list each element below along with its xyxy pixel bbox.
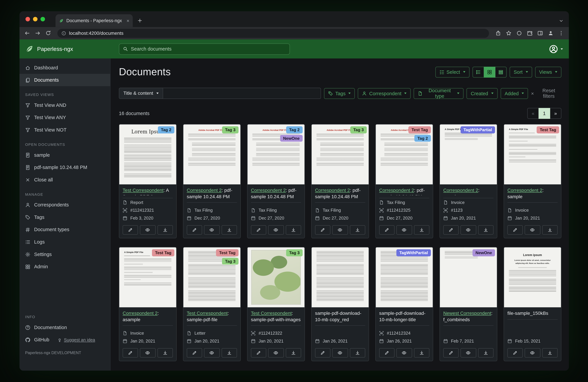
correspondent-link[interactable]: Test Correspondent (251, 311, 292, 316)
filter-created-button[interactable]: Created (467, 88, 497, 99)
correspondent-link[interactable]: Correspondent 2 (123, 311, 158, 316)
sidebar-item-admin[interactable]: Admin (20, 260, 110, 273)
select-button[interactable]: Select (435, 66, 469, 78)
sidebar-item-tags[interactable]: Tags (20, 211, 110, 223)
tag-badge[interactable]: Tag 3 (222, 126, 238, 133)
preview-button[interactable] (268, 348, 284, 358)
document-thumbnail[interactable]: Adobe Acrobat PDF Files Test TagTag 2 (376, 125, 433, 185)
document-card[interactable]: Lorem ipsumLorem ipsum dolor sit amet, c… (504, 247, 561, 361)
filter-tags-button[interactable]: Tags (324, 88, 355, 99)
correspondent-link[interactable]: Correspondent 2 (507, 188, 542, 193)
sidebar-item-pdf-sample-10-24-48-pm[interactable]: pdf-sample 10.24.48 PM (20, 161, 110, 174)
profile-icon[interactable] (548, 30, 553, 36)
sidebar-item-documentation[interactable]: Documentation (20, 321, 110, 334)
document-card[interactable]: Adobe Acrobat PDF Files Tag 3 Correspond… (311, 124, 369, 238)
preview-button[interactable] (204, 225, 220, 235)
edit-button[interactable] (315, 348, 331, 358)
tag-badge[interactable]: NewOne (473, 249, 495, 256)
preview-button[interactable] (461, 348, 476, 358)
correspondent-link[interactable]: Test Correspondent (123, 188, 164, 193)
document-card[interactable]: TagWithPartial sample-pdf-download-10-mb… (375, 247, 433, 361)
tag-badge[interactable]: Tag 2 (286, 126, 303, 133)
preview-button[interactable] (525, 225, 540, 235)
download-button[interactable] (286, 225, 301, 235)
tag-badge[interactable]: Tag 3 (222, 258, 238, 265)
browser-menu-icon[interactable] (558, 30, 564, 36)
edit-button[interactable] (507, 348, 523, 358)
edit-button[interactable] (187, 348, 202, 358)
minimize-window-button[interactable] (33, 17, 38, 21)
sidebar-item-github[interactable]: GitHub Suggest an idea (20, 334, 110, 346)
tag-badge[interactable]: Tag 3 (286, 249, 303, 256)
global-search-input[interactable] (131, 46, 286, 52)
edit-button[interactable] (123, 225, 138, 235)
sidebar-item-dashboard[interactable]: Dashboard (20, 61, 110, 74)
download-button[interactable] (157, 348, 173, 358)
tag-badge[interactable]: Tag 2 (414, 135, 431, 142)
document-thumbnail[interactable]: Tag 3 (248, 247, 304, 307)
tag-badge[interactable]: Tag 2 (158, 126, 174, 133)
edit-button[interactable] (443, 348, 459, 358)
sidebar-item-logs[interactable]: Logs (20, 236, 110, 248)
sidebar-item-documents[interactable]: Documents (20, 74, 110, 86)
edit-button[interactable] (443, 225, 459, 235)
download-button[interactable] (157, 225, 173, 235)
download-button[interactable] (478, 348, 494, 358)
close-window-button[interactable] (25, 17, 30, 21)
global-search[interactable] (119, 43, 290, 55)
tag-badge[interactable]: Test Tag (216, 249, 238, 256)
download-button[interactable] (542, 348, 558, 358)
document-thumbnail[interactable]: Adobe Acrobat PDF Files Tag 3 (312, 125, 369, 185)
view-grid-button[interactable] (483, 66, 495, 78)
document-card[interactable]: Adobe Acrobat PDF Files Tag 3 Correspond… (183, 124, 241, 238)
preview-button[interactable] (332, 225, 348, 235)
document-card[interactable]: A Simple PDF File Test Tag Correspondent… (504, 124, 561, 238)
document-card[interactable]: A Simple PDF File TagWithPartial Corresp… (440, 124, 497, 238)
back-button[interactable] (24, 30, 30, 36)
previous-page-button[interactable]: « (527, 108, 539, 119)
site-info-icon[interactable] (62, 31, 66, 36)
document-card[interactable]: NewOne Newest Correspondent: f_combineds… (440, 247, 497, 361)
correspondent-link[interactable]: Newest Correspondent (443, 311, 491, 316)
sidebar-item-test-view-and[interactable]: Test View AND (20, 99, 110, 111)
tag-badge[interactable]: Test Tag (537, 126, 559, 133)
tag-badge[interactable]: Test Tag (408, 126, 431, 133)
tag-badge[interactable]: Tag 3 (350, 126, 367, 133)
filter-document-type-button[interactable]: Document type (414, 88, 464, 99)
sort-button[interactable]: Sort (509, 66, 532, 78)
correspondent-link[interactable]: Test Correspondent (187, 311, 228, 316)
sidebar-item-document-types[interactable]: Document types (20, 223, 110, 236)
side-panel-icon[interactable] (537, 30, 543, 36)
extensions-puzzle-icon[interactable] (527, 30, 532, 36)
tag-badge[interactable]: Test Tag (152, 249, 174, 256)
download-button[interactable] (350, 225, 365, 235)
document-card[interactable]: Adobe Acrobat PDF Files Tag 2NewOne Corr… (247, 124, 305, 238)
download-button[interactable] (222, 225, 237, 235)
edit-button[interactable] (187, 225, 202, 235)
app-brand[interactable]: Paperless-ngx (20, 44, 119, 53)
document-card[interactable]: Lorem Ipsum Tag 2 Test Correspondent: A … (119, 124, 177, 238)
preview-button[interactable] (332, 348, 348, 358)
document-thumbnail[interactable]: A Simple PDF File Test Tag (504, 125, 561, 185)
edit-button[interactable] (379, 348, 395, 358)
document-card[interactable]: Adobe Acrobat PDF Files Test TagTag 2 Co… (375, 124, 433, 238)
download-button[interactable] (478, 225, 494, 235)
sidebar-item-sample[interactable]: sample (20, 149, 110, 161)
filter-added-button[interactable]: Added (501, 88, 528, 99)
views-button[interactable]: Views (535, 66, 561, 78)
edit-button[interactable] (379, 225, 395, 235)
share-icon[interactable] (495, 30, 501, 36)
download-button[interactable] (414, 225, 429, 235)
preview-button[interactable] (140, 225, 155, 235)
document-thumbnail[interactable]: Adobe Acrobat PDF Files Tag 3 (183, 125, 240, 185)
address-bar[interactable]: localhost:4200/documents (57, 29, 489, 38)
tag-badge[interactable]: NewOne (280, 135, 303, 142)
pinned-extension-icon[interactable] (516, 30, 522, 36)
edit-button[interactable] (315, 225, 331, 235)
sidebar-item-suggest-an-idea[interactable]: Suggest an idea (58, 338, 95, 342)
reset-filters-button[interactable]: × Reset filters (531, 88, 561, 99)
correspondent-link[interactable]: Correspondent 2 (379, 188, 414, 193)
sidebar-item-test-view-not[interactable]: Test View NOT (20, 124, 110, 136)
view-details-button[interactable] (472, 66, 484, 78)
tab-search-button[interactable] (559, 14, 564, 27)
